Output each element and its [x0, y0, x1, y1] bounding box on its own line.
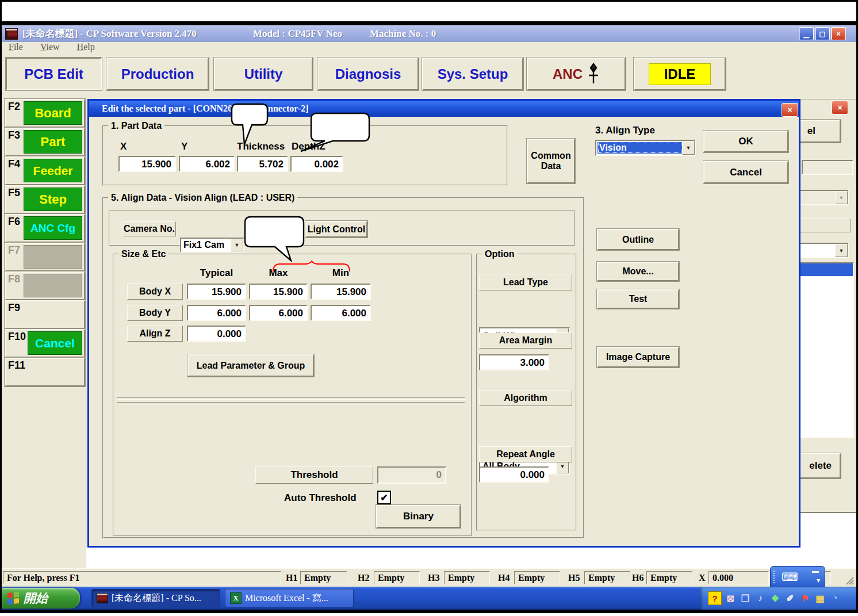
sidebar-item-part[interactable]: F3 Part [5, 128, 85, 156]
tab-sys-setup[interactable]: Sys. Setup [422, 58, 523, 90]
f4-key-label: F4 [8, 158, 20, 170]
move-button[interactable]: Move... [597, 262, 679, 281]
repeat-angle-plate: Repeat Angle [479, 446, 572, 462]
light-control-label: Light Control [308, 224, 365, 235]
body-y-label: Body Y [139, 308, 171, 318]
chevron-down-icon[interactable]: ▾ [817, 576, 820, 584]
network-places-icon[interactable]: ❐ [739, 592, 752, 604]
menu-help[interactable]: Help [77, 42, 95, 52]
outline-button[interactable]: Outline [597, 229, 679, 250]
antivirus-icon[interactable]: ❖ [769, 592, 782, 604]
minimize-button[interactable]: ▁ [799, 27, 814, 40]
statusbar: For Help, press F1 H1 Empty H2 Empty H3 … [2, 568, 856, 587]
body-y-max-input[interactable]: 6.000 [249, 305, 308, 321]
desktop: [未命名標題] - CP Software Version 2.470 Mode… [2, 25, 856, 610]
common-data-line1: Common [531, 151, 570, 161]
part-depthz-input[interactable]: 0.002 [290, 156, 343, 172]
dialog-close-button[interactable]: × [782, 103, 798, 117]
tab-anc[interactable]: ANC [527, 58, 626, 90]
image-capture-button[interactable]: Image Capture [597, 347, 679, 368]
common-data-button[interactable]: Common Data [527, 139, 575, 183]
menu-view[interactable]: View [40, 42, 60, 52]
sidebar-item-f7: F7 [5, 243, 85, 271]
f2-key-label: F2 [8, 101, 20, 113]
align-z-plate: Align Z [127, 326, 183, 342]
background-window-close-button[interactable]: × [832, 101, 848, 114]
callout-bubble-maxmin [244, 216, 306, 262]
messenger-icon[interactable]: ⚑ [799, 592, 811, 604]
threshold-plate: Threshold [255, 466, 373, 484]
step-button[interactable]: Step [24, 188, 82, 211]
sidebar-item-step[interactable]: F5 Step [5, 185, 85, 214]
ok-button[interactable]: OK [703, 131, 788, 152]
part-button[interactable]: Part [24, 130, 82, 154]
tab-production[interactable]: Production [106, 58, 209, 90]
camera-dropdown[interactable]: Fix1 Cam ▼ [180, 238, 244, 252]
size-etc-group-label: Size & Etc [118, 249, 168, 259]
pointing-device-icon[interactable]: ✐ [784, 592, 796, 604]
language-bar[interactable]: ⌨ ▾ [770, 566, 825, 587]
part-y-input[interactable]: 6.002 [179, 156, 235, 172]
sidebar-item-f11[interactable]: F11 [5, 358, 85, 387]
align-z-typical-input[interactable]: 0.000 [187, 326, 246, 342]
head6-status: Empty [646, 571, 692, 584]
taskbar-item-cp-software[interactable]: [未命名標題] - CP So... [91, 589, 220, 607]
cancel-f10-button[interactable]: Cancel [28, 331, 82, 355]
anc-cfg-label: ANC Cfg [30, 222, 75, 235]
binary-button[interactable]: Binary [376, 505, 461, 528]
lead-parameter-group-button[interactable]: Lead Parameter & Group [187, 354, 314, 377]
model-label: Model : CP45FV Neo [253, 28, 342, 40]
menu-file[interactable]: File [9, 42, 23, 52]
ime-help-icon[interactable]: ? [708, 591, 722, 605]
language-bar-grip[interactable] [773, 571, 777, 583]
sidebar-item-feeder[interactable]: F4 Feeder [5, 156, 85, 185]
light-control-button[interactable]: Light Control [305, 221, 367, 238]
start-button[interactable]: 開始 [2, 588, 80, 609]
tab-pcb-edit[interactable]: PCB Edit [6, 58, 102, 90]
callout-bubble-depthz [300, 112, 371, 154]
sidebar-item-anc-cfg[interactable]: F6 ANC Cfg [5, 214, 85, 243]
body-x-typical-input[interactable]: 15.900 [187, 284, 246, 300]
f8-key-label: F8 [8, 273, 20, 285]
display-settings-icon[interactable]: ▦ [814, 592, 826, 604]
taskbar-item-excel[interactable]: X Microsoft Excel - 寫... [225, 589, 354, 607]
anc-cfg-button[interactable]: ANC Cfg [24, 216, 82, 240]
background-disabled-dropdown-arrow-icon: ▼ [835, 191, 848, 204]
idle-status-button: IDLE [634, 58, 726, 90]
feeder-button[interactable]: Feeder [24, 159, 82, 182]
update-icon[interactable]: ◔ [829, 592, 841, 604]
maximize-button[interactable]: ▢ [815, 27, 830, 40]
head5-status: Empty [584, 571, 630, 584]
test-button[interactable]: Test [597, 289, 679, 309]
board-button[interactable]: Board [24, 101, 82, 125]
body-x-min-input[interactable]: 15.900 [311, 284, 371, 300]
volume-icon[interactable]: ♪ [754, 592, 767, 604]
cancel-f10-label: Cancel [35, 336, 75, 350]
cancel-button[interactable]: Cancel [703, 161, 788, 183]
sidebar-item-f8: F8 [5, 271, 85, 300]
body-x-max-input[interactable]: 15.900 [249, 284, 308, 300]
keyboard-icon[interactable]: ⌨ [782, 570, 798, 584]
sidebar-item-cancel[interactable]: F10 Cancel [5, 329, 85, 358]
network-error-icon[interactable]: ⊠ [724, 592, 737, 604]
taskbar-item-excel-label: Microsoft Excel - 寫... [245, 592, 328, 604]
sidebar-item-board[interactable]: F2 Board [5, 99, 85, 128]
part-x-input[interactable]: 15.900 [118, 156, 176, 172]
repeat-angle-input[interactable]: 0.000 [479, 466, 549, 483]
auto-threshold-checkbox[interactable]: ✔ [377, 491, 391, 504]
main-window-titlebar: [未命名標題] - CP Software Version 2.470 Mode… [2, 25, 856, 42]
body-y-typical-input[interactable]: 6.000 [187, 305, 246, 321]
resize-grip[interactable] [845, 576, 854, 585]
tab-utility[interactable]: Utility [214, 58, 313, 90]
part-thickness-input[interactable]: 5.702 [237, 156, 288, 172]
close-button[interactable]: × [831, 27, 846, 40]
language-bar-minimize[interactable] [812, 571, 819, 573]
area-margin-input[interactable]: 3.000 [479, 354, 549, 370]
sidebar-item-f9[interactable]: F9 [5, 300, 85, 329]
background-list[interactable] [792, 262, 854, 438]
tab-pcb-edit-label: PCB Edit [24, 66, 83, 82]
body-y-min-input[interactable]: 6.000 [311, 305, 371, 321]
align-type-dropdown[interactable]: Vision ▼ [595, 140, 696, 156]
f7-key-label: F7 [8, 244, 20, 257]
tab-diagnosis[interactable]: Diagnosis [317, 58, 419, 90]
